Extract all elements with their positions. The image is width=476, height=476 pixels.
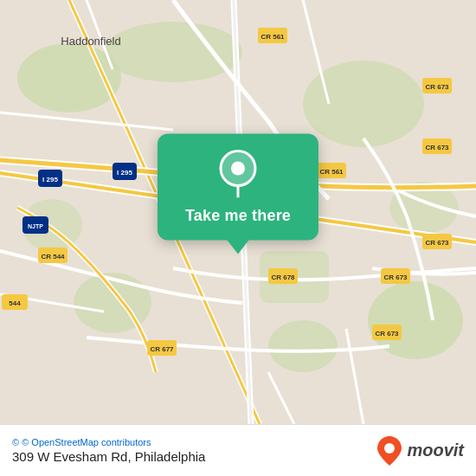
svg-text:CR 673: CR 673 [425, 83, 449, 91]
osm-attribution: © © OpenStreetMap contributors [12, 437, 205, 447]
moovit-logo: moovit [377, 436, 464, 466]
footer-left: © © OpenStreetMap contributors 309 W Eve… [12, 437, 205, 464]
copyright-symbol: © [12, 437, 19, 447]
map-container: I 295 I 295 NJTP CR 561 CR 561 CR 673 CR… [0, 0, 476, 424]
location-pin-icon [217, 149, 259, 197]
popup-box[interactable]: Take me there [158, 133, 318, 240]
svg-point-5 [268, 320, 338, 372]
svg-point-53 [231, 161, 245, 175]
svg-text:544: 544 [9, 299, 21, 307]
svg-text:CR 561: CR 561 [261, 33, 285, 41]
osm-link[interactable]: © OpenStreetMap contributors [22, 437, 151, 447]
moovit-pin-icon [377, 436, 402, 466]
svg-point-54 [384, 443, 395, 453]
svg-text:CR 544: CR 544 [41, 253, 65, 261]
svg-text:NJTP: NJTP [28, 223, 43, 229]
svg-text:I 295: I 295 [117, 169, 132, 177]
location-label: 309 W Evesham Rd, Philadelphia [12, 449, 205, 464]
svg-text:CR 673: CR 673 [425, 239, 449, 247]
svg-text:CR 678: CR 678 [271, 273, 295, 281]
svg-text:I 295: I 295 [42, 176, 58, 183]
svg-point-2 [104, 22, 242, 82]
svg-text:CR 561: CR 561 [319, 168, 344, 176]
take-me-there-button[interactable]: Take me there [185, 206, 291, 224]
svg-text:CR 673: CR 673 [425, 144, 449, 151]
popup-overlay: Take me there [158, 133, 318, 240]
svg-text:CR 673: CR 673 [383, 273, 408, 281]
svg-text:CR 677: CR 677 [150, 345, 174, 353]
moovit-text: moovit [407, 441, 464, 460]
svg-text:Haddonfield: Haddonfield [61, 35, 120, 48]
svg-text:CR 673: CR 673 [375, 330, 399, 338]
footer: © © OpenStreetMap contributors 309 W Eve… [0, 424, 476, 476]
